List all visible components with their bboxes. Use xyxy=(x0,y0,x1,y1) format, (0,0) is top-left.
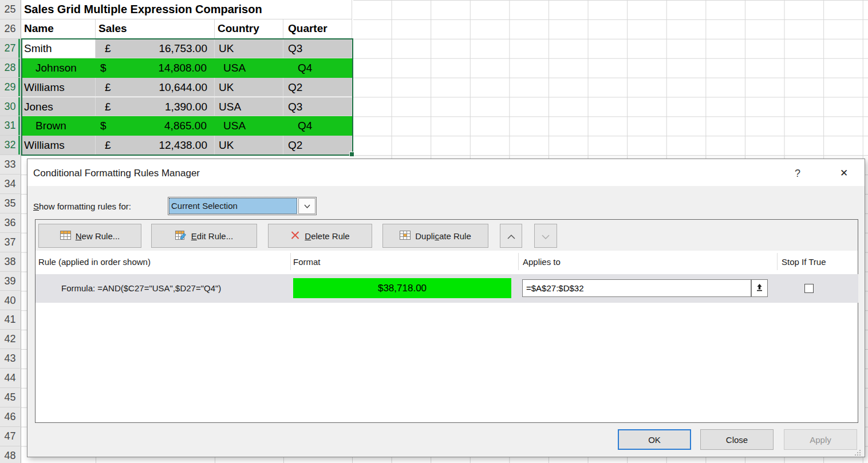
row-header-43[interactable]: 43 xyxy=(0,349,20,369)
currency-symbol: £ xyxy=(105,39,111,58)
header-separator xyxy=(777,253,778,270)
row-header-35[interactable]: 35 xyxy=(0,194,20,213)
row-header-27[interactable]: 27 xyxy=(0,39,20,58)
cell-sales[interactable]: $4,865.00 xyxy=(96,116,215,136)
row-header-36[interactable]: 36 xyxy=(0,213,20,233)
dialog-title: Conditional Formatting Rules Manager xyxy=(33,159,200,186)
row-header-47[interactable]: 47 xyxy=(0,427,20,446)
rule-formula-text: Formula: =AND($C27="USA",$D27="Q4") xyxy=(61,274,221,303)
dialog-titlebar[interactable]: Conditional Formatting Rules Manager ? ✕ xyxy=(27,159,865,186)
table-row-27: Smith£16,753.00UKQ3 xyxy=(21,39,352,58)
row-header-25[interactable]: 25 xyxy=(0,0,20,19)
row-header-44[interactable]: 44 xyxy=(0,369,20,388)
cell-country[interactable]: USA xyxy=(215,97,283,117)
column-header-sales[interactable]: Sales xyxy=(96,19,215,39)
sales-amount: 14,808.00 xyxy=(158,58,207,78)
show-rules-dropdown[interactable]: Current Selection xyxy=(168,197,317,215)
delete-rule-label: Delete Rule xyxy=(305,231,349,241)
row-header-column: 2526272829303132333435363738394041424344… xyxy=(0,0,21,463)
cell-name[interactable]: Jones xyxy=(21,97,96,117)
row-header-31[interactable]: 31 xyxy=(0,116,20,136)
chevron-down-icon[interactable] xyxy=(298,198,315,214)
row-header-38[interactable]: 38 xyxy=(0,252,20,272)
row-header-46[interactable]: 46 xyxy=(0,407,20,427)
new-rule-label: New Rule... xyxy=(76,231,120,241)
delete-x-icon xyxy=(290,231,300,242)
ok-button[interactable]: OK xyxy=(618,429,691,450)
row-header-42[interactable]: 42 xyxy=(0,330,20,349)
edit-rule-button[interactable]: Edit Rule... xyxy=(151,224,257,248)
cell-quarter[interactable]: Q3 xyxy=(283,39,352,58)
cell-sales[interactable]: $14,808.00 xyxy=(96,58,215,78)
cell-country[interactable]: UK xyxy=(215,136,283,155)
table-row-28: Johnson$14,808.00USAQ4 xyxy=(21,58,352,78)
cell-quarter[interactable]: Q4 xyxy=(283,116,352,136)
chevron-down-icon xyxy=(542,231,550,241)
row-header-34[interactable]: 34 xyxy=(0,175,20,194)
move-rule-up-button[interactable] xyxy=(500,224,522,248)
row-header-32[interactable]: 32 xyxy=(0,136,20,155)
duplicate-rule-label: Duplicate Rule xyxy=(415,231,471,241)
cell-name[interactable]: Johnson xyxy=(21,58,96,78)
cell-name[interactable]: Williams xyxy=(21,78,96,97)
row-header-33[interactable]: 33 xyxy=(0,155,20,175)
help-icon[interactable]: ? xyxy=(789,159,806,186)
sales-amount: 12,438.00 xyxy=(159,136,207,155)
new-rule-button[interactable]: New Rule... xyxy=(38,224,141,248)
move-rule-down-button[interactable] xyxy=(534,224,557,248)
table-row-32: Williams£12,438.00UKQ2 xyxy=(21,136,352,155)
cell-sales[interactable]: £12,438.00 xyxy=(96,136,215,155)
cell-country[interactable]: USA xyxy=(215,58,283,78)
range-select-arrow-icon xyxy=(755,283,764,294)
row-header-45[interactable]: 45 xyxy=(0,388,20,407)
edit-rule-pencil-icon xyxy=(175,231,187,242)
column-header-quarter[interactable]: Quarter xyxy=(283,19,352,39)
row-header-48[interactable]: 48 xyxy=(0,446,20,463)
excel-window: 2526272829303132333435363738394041424344… xyxy=(0,0,868,463)
cell-country[interactable]: USA xyxy=(215,116,283,136)
rule-format-preview: $38,718.00 xyxy=(293,278,511,298)
sales-amount: 10,644.00 xyxy=(159,78,207,97)
sales-amount: 4,865.00 xyxy=(164,116,207,136)
row-header-28[interactable]: 28 xyxy=(0,58,20,78)
close-icon[interactable]: ✕ xyxy=(832,159,856,186)
cell-name[interactable]: Williams xyxy=(21,136,96,155)
cell-sales[interactable]: £1,390.00 xyxy=(96,97,215,117)
rules-list-panel: New Rule... Edit Rule... Delete R xyxy=(35,219,858,423)
cell-quarter[interactable]: Q3 xyxy=(283,97,352,117)
header-separator xyxy=(290,253,291,270)
chevron-up-icon xyxy=(507,231,515,241)
currency-symbol: $ xyxy=(100,116,106,136)
cell-name[interactable]: Smith xyxy=(21,39,96,58)
row-header-41[interactable]: 41 xyxy=(0,310,20,330)
rule-row[interactable]: Formula: =AND($C27="USA",$D27="Q4") $38,… xyxy=(35,274,858,303)
cell-name[interactable]: Brown xyxy=(21,116,96,136)
show-rules-label: Show formatting rules for: xyxy=(33,197,131,215)
resize-grip[interactable] xyxy=(854,448,861,458)
cell-country[interactable]: UK xyxy=(215,39,283,58)
cell-quarter[interactable]: Q4 xyxy=(283,58,352,78)
row-header-37[interactable]: 37 xyxy=(0,233,20,252)
column-header-name[interactable]: Name xyxy=(21,19,96,39)
cell-sales[interactable]: £16,753.00 xyxy=(96,39,215,58)
applies-to-input[interactable] xyxy=(522,279,751,297)
cell-country[interactable]: UK xyxy=(215,78,283,97)
row-header-40[interactable]: 40 xyxy=(0,291,20,311)
stop-if-true-checkbox[interactable] xyxy=(804,284,814,293)
column-header-country[interactable]: Country xyxy=(215,19,283,39)
row-header-29[interactable]: 29 xyxy=(0,78,20,97)
row-header-26[interactable]: 26 xyxy=(0,19,20,39)
cell-quarter[interactable]: Q2 xyxy=(283,136,352,155)
close-button[interactable]: Close xyxy=(700,429,774,450)
delete-rule-button[interactable]: Delete Rule xyxy=(268,224,372,248)
header-applies-to: Applies to xyxy=(523,251,561,272)
row-header-39[interactable]: 39 xyxy=(0,272,20,291)
currency-symbol: £ xyxy=(105,136,111,155)
cell-sales[interactable]: £10,644.00 xyxy=(96,78,215,97)
sheet-title-cell[interactable]: Sales Grid Multiple Expression Compariso… xyxy=(21,0,352,19)
collapse-range-picker-button[interactable] xyxy=(751,279,768,297)
row-header-30[interactable]: 30 xyxy=(0,97,20,117)
cell-quarter[interactable]: Q2 xyxy=(283,78,352,97)
header-rule: Rule (applied in order shown) xyxy=(38,251,151,272)
duplicate-rule-button[interactable]: Duplicate Rule xyxy=(382,224,488,248)
